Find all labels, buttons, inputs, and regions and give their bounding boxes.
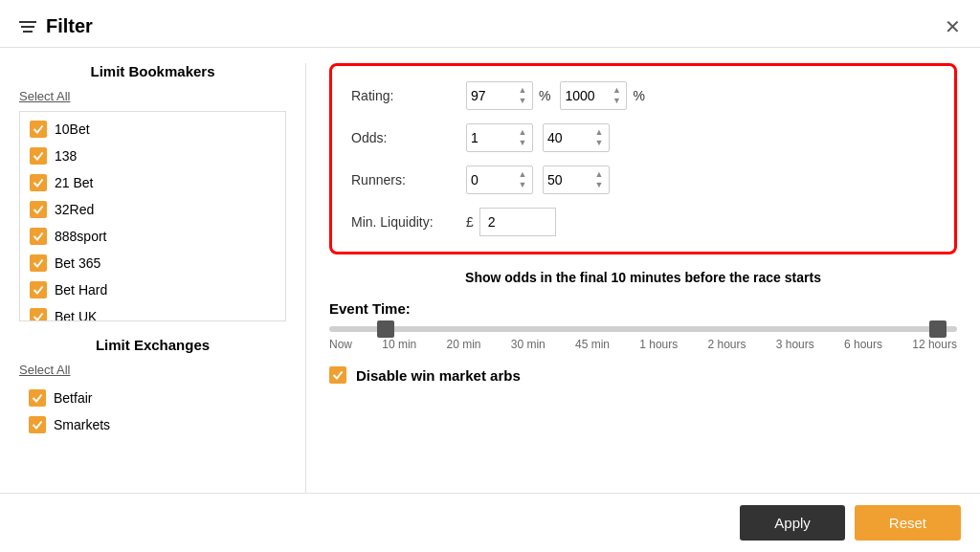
rating-max-input[interactable]: ▲ ▼ [560,81,627,110]
odds-min-up[interactable]: ▲ [517,128,528,138]
bookmaker-name: Bet Hard [55,282,107,298]
rating-min-input[interactable]: ▲ ▼ [466,81,533,110]
slider-label: 3 hours [776,338,814,351]
rating-max-arrows: ▲ ▼ [611,86,622,106]
exchange-list: Betfair Smarkets [19,385,286,438]
runners-min-input[interactable]: ▲ ▼ [466,166,533,194]
odds-row: Odds: ▲ ▼ ▲ ▼ [351,123,935,152]
bookmaker-checkbox[interactable] [30,121,47,138]
right-panel: Rating: ▲ ▼ % [306,63,980,493]
bookmaker-item[interactable]: 888sport [20,223,285,250]
rating-min-field[interactable] [471,88,509,103]
bookmaker-item[interactable]: Bet UK [20,303,285,321]
slider-container [329,326,957,332]
exchanges-select-all[interactable]: Select All [19,363,70,377]
runners-max-field[interactable] [547,172,586,188]
bookmaker-item[interactable]: 10Bet [20,116,285,143]
odds-min-arrows: ▲ ▼ [517,128,528,148]
filter-modal: Filter ✕ Limit Bookmakers Select All 10B… [0,0,980,552]
runners-max-arrows: ▲ ▼ [593,170,605,190]
bookmaker-checkbox[interactable] [30,201,47,218]
exchanges-section: Limit Exchanges Select All Betfair Smark… [19,337,286,438]
bookmaker-item[interactable]: 138 [20,143,285,169]
bookmaker-name: 138 [55,148,77,164]
exchanges-title: Limit Exchanges [19,337,286,353]
runners-max-up[interactable]: ▲ [593,170,605,180]
bookmaker-name: 32Red [55,202,94,217]
odds-max-field[interactable] [547,130,586,145]
liquidity-label: Min. Liquidity: [351,214,457,230]
slider-label: 30 min [511,338,546,351]
disable-arbs-row: Disable win market arbs [329,366,957,384]
slider-track [329,326,957,332]
rating-min-up[interactable]: ▲ [517,86,528,96]
slider-label: 20 min [446,338,480,351]
slider-label: 6 hours [844,338,882,351]
modal-body: Limit Bookmakers Select All 10Bet 138 [0,48,980,493]
bookmaker-checkbox[interactable] [30,174,47,191]
odds-min-down[interactable]: ▼ [517,139,528,148]
filter-icon [19,21,36,33]
rating-max-field[interactable] [565,88,603,103]
odds-max-down[interactable]: ▼ [593,139,605,148]
exchange-item[interactable]: Betfair [19,385,286,411]
bookmaker-checkbox[interactable] [30,147,47,165]
odds-max-arrows: ▲ ▼ [593,128,605,148]
modal-title: Filter [19,15,93,37]
exchange-name: Smarkets [54,417,110,432]
exchange-item[interactable]: Smarkets [19,411,286,438]
runners-min-down[interactable]: ▼ [517,181,528,190]
runners-max-input[interactable]: ▲ ▼ [543,166,610,194]
apply-button[interactable]: Apply [740,505,845,541]
reset-button[interactable]: Reset [855,505,961,541]
bookmaker-checkbox[interactable] [30,254,47,272]
bookmaker-item[interactable]: Bet Hard [20,276,285,303]
exchange-checkbox[interactable] [29,389,46,407]
odds-min-input[interactable]: ▲ ▼ [466,123,533,152]
bookmakers-title: Limit Bookmakers [19,63,286,79]
slider-labels: Now10 min20 min30 min45 min1 hours2 hour… [329,338,957,351]
bookmakers-select-all[interactable]: Select All [19,89,70,103]
bookmaker-checkbox[interactable] [30,228,47,245]
runners-max-down[interactable]: ▼ [593,181,605,190]
slider-handle-right[interactable] [929,320,947,338]
event-time-label: Event Time: [329,300,957,317]
bookmaker-name: 888sport [55,229,106,244]
rating-max-up[interactable]: ▲ [611,86,622,96]
odds-max-up[interactable]: ▲ [593,128,605,138]
rating-row: Rating: ▲ ▼ % [351,81,935,110]
slider-label: 1 hours [639,338,678,351]
runners-label: Runners: [351,172,457,188]
odds-max-input[interactable]: ▲ ▼ [543,123,610,152]
bookmaker-item[interactable]: 21 Bet [20,169,285,196]
bookmaker-item[interactable]: 32Red [20,196,285,223]
runners-min-field[interactable] [471,172,509,188]
runners-min-up[interactable]: ▲ [517,170,528,180]
liquidity-input-group: £ [466,208,556,236]
title-text: Filter [46,15,93,37]
runners-row: Runners: ▲ ▼ ▲ ▼ [351,166,935,194]
rating-min-down[interactable]: ▼ [517,97,528,106]
liquidity-field[interactable] [479,208,556,236]
bookmaker-checkbox[interactable] [30,281,47,298]
odds-min-field[interactable] [471,130,509,145]
runners-min-arrows: ▲ ▼ [517,170,528,190]
exchange-name: Betfair [54,390,92,406]
bookmaker-item[interactable]: Bet 365 [20,250,285,276]
rating-max-group: ▲ ▼ % [560,81,644,110]
bookmaker-checkbox[interactable] [30,308,47,321]
bookmaker-list: 10Bet 138 21 Bet 32Red [19,111,286,321]
rating-max-unit: % [633,88,644,103]
slider-handle-left[interactable] [377,320,394,338]
close-button[interactable]: ✕ [945,17,961,36]
exchange-checkbox[interactable] [29,416,46,433]
rating-max-down[interactable]: ▼ [611,97,622,106]
rating-min-arrows: ▲ ▼ [517,86,528,106]
liquidity-currency: £ [466,214,474,230]
liquidity-row: Min. Liquidity: £ [351,208,935,236]
odds-label: Odds: [351,130,457,145]
slider-label: 12 hours [912,338,957,351]
odds-note: Show odds in the final 10 minutes before… [329,270,957,285]
rating-label: Rating: [351,88,457,103]
disable-arbs-checkbox[interactable] [329,366,346,384]
